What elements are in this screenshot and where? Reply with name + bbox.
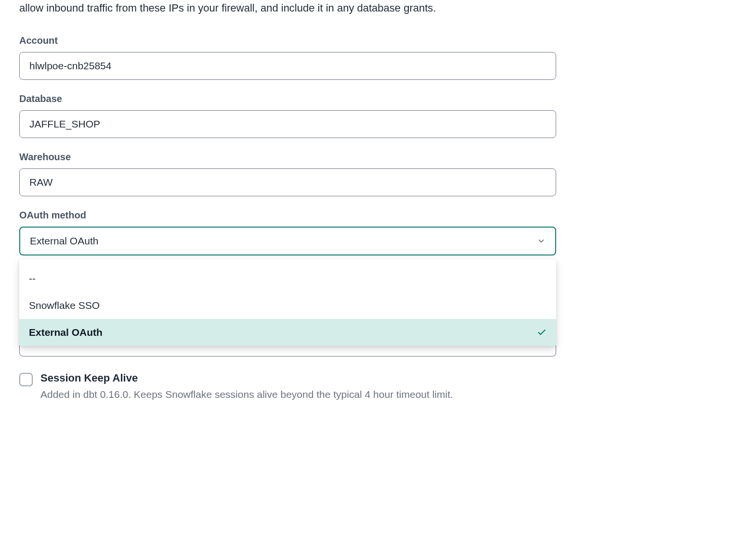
database-field-group: Database: [19, 93, 607, 138]
session-keep-alive-description: Added in dbt 0.16.0. Keeps Snowflake ses…: [40, 387, 607, 401]
session-keep-alive-label: Session Keep Alive: [40, 372, 607, 384]
check-icon: [537, 328, 547, 337]
database-input[interactable]: [19, 110, 556, 138]
dropdown-option-external-oauth[interactable]: External OAuth: [19, 319, 556, 346]
warehouse-label: Warehouse: [19, 152, 607, 163]
session-keep-alive-group: Session Keep Alive Added in dbt 0.16.0. …: [19, 372, 607, 401]
session-keep-alive-checkbox[interactable]: [19, 373, 33, 386]
account-label: Account: [19, 35, 607, 46]
oauth-method-dropdown: -- Snowflake SSO External OAuth: [19, 259, 556, 346]
warehouse-field-group: Warehouse: [19, 152, 607, 196]
warehouse-input[interactable]: [19, 168, 556, 196]
oauth-method-field-group: OAuth method External OAuth -- Snowflake…: [19, 210, 607, 357]
dropdown-option-label: External OAuth: [29, 327, 103, 338]
intro-text: allow inbound traffic from these IPs in …: [19, 0, 607, 16]
account-field-group: Account: [19, 35, 607, 80]
chevron-down-icon: [537, 237, 546, 245]
dropdown-option-label: Snowflake SSO: [29, 300, 100, 311]
database-label: Database: [19, 93, 607, 104]
oauth-method-selected-value: External OAuth: [30, 235, 98, 247]
account-input[interactable]: [19, 52, 556, 80]
dropdown-option-none[interactable]: --: [19, 265, 556, 292]
dropdown-option-snowflake-sso[interactable]: Snowflake SSO: [19, 292, 556, 319]
oauth-method-select[interactable]: External OAuth: [19, 227, 556, 255]
oauth-method-label: OAuth method: [19, 210, 607, 221]
dropdown-option-label: --: [29, 273, 36, 284]
